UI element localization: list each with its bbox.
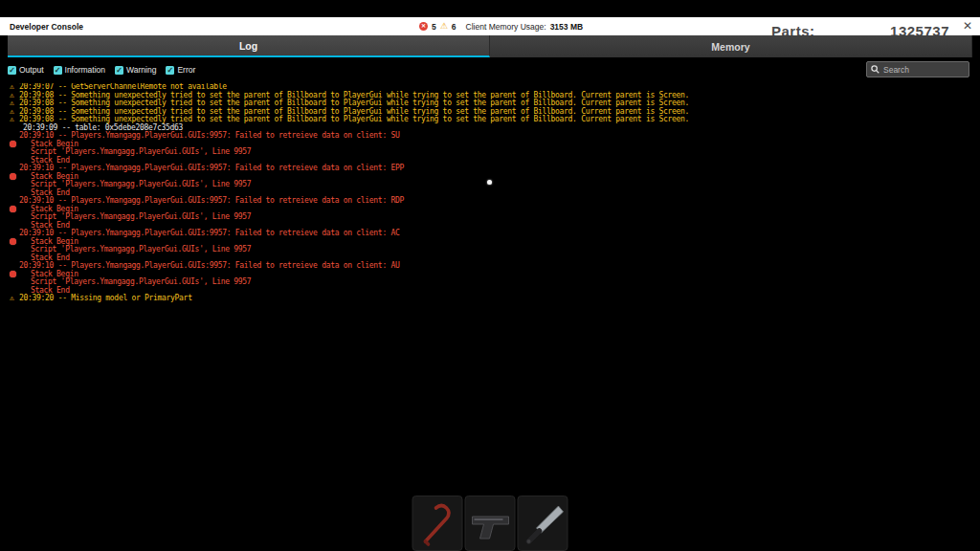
filter-label: Output: [19, 65, 44, 75]
filter-label: Error: [177, 65, 195, 75]
hotbar: [412, 496, 569, 551]
log-stack-line: Script 'Players.Ymangagg.PlayerGui.GUIs'…: [19, 148, 972, 157]
tab-log[interactable]: Log: [8, 35, 490, 57]
log-error-line: 20:39:10 -- Players.Ymangagg.PlayerGui.G…: [19, 230, 972, 238]
memory-usage-value: 3153 MB: [550, 22, 584, 32]
search-input[interactable]: [883, 65, 960, 75]
log-list[interactable]: ⚠20:39:07 -- GetServerChannelRemote not …: [8, 83, 972, 485]
log-stack-line: Script 'Players.Ymangagg.PlayerGui.GUIs'…: [19, 278, 972, 287]
log-entry-error: 20:39:10 -- Players.Ymangagg.PlayerGui.G…: [8, 230, 972, 262]
error-icon: [10, 173, 16, 180]
checkbox-checked-icon: ✓: [166, 66, 174, 75]
game-screen: { "titlebar": { "title": "Developer Cons…: [0, 0, 980, 551]
log-text: 20:39:20 -- Missing model or PrimaryPart: [19, 294, 192, 302]
warning-icon: ⚠: [10, 116, 19, 124]
log-error-line: 20:39:10 -- Players.Ymangagg.PlayerGui.G…: [19, 132, 972, 141]
titlebar-stats: ✕ 5 ⚠ 6 Client Memory Usage: 3153 MB: [419, 17, 583, 35]
log-stack-line: Script 'Players.Ymangagg.PlayerGui.GUIs'…: [19, 213, 972, 222]
filter-information[interactable]: ✓ Information: [54, 65, 106, 75]
parts-value: 1325737: [890, 23, 949, 39]
error-icon: [10, 238, 16, 245]
checkbox-checked-icon: ✓: [115, 66, 123, 75]
log-text: 20:39:08 -- Something unexpectedly tried…: [19, 115, 689, 123]
log-entry-error: 20:39:10 -- Players.Ymangagg.PlayerGui.G…: [8, 197, 972, 230]
warning-count: 6: [452, 22, 457, 32]
filter-bar: ✓ Output ✓ Information ✓ Warning ✓ Error: [8, 59, 972, 80]
warning-badge-icon: ⚠: [440, 22, 448, 31]
error-count: 5: [432, 22, 436, 32]
log-entry-error: 20:39:10 -- Players.Ymangagg.PlayerGui.G…: [8, 132, 972, 165]
log-error-line: 20:39:10 -- Players.Ymangagg.PlayerGui.G…: [19, 262, 972, 271]
log-error-line: 20:39:10 -- Players.Ymangagg.PlayerGui.G…: [19, 165, 972, 173]
filter-output[interactable]: ✓ Output: [8, 65, 44, 75]
parts-counter: Parts: 1325737: [771, 23, 949, 39]
log-stack-line: Script 'Players.Ymangagg.PlayerGui.GUIs'…: [19, 246, 972, 254]
crowbar-icon: [414, 498, 460, 548]
filter-label: Warning: [126, 65, 156, 75]
checkbox-checked-icon: ✓: [8, 66, 16, 75]
search-icon: [871, 65, 880, 74]
filter-label: Information: [65, 65, 106, 75]
hotbar-slot-knife[interactable]: [518, 496, 568, 551]
error-icon: [10, 271, 16, 277]
error-icon: [10, 206, 16, 212]
gun-icon: [467, 498, 513, 548]
hotbar-slot-crowbar[interactable]: [412, 496, 463, 551]
hotbar-slot-gun[interactable]: [465, 496, 516, 551]
filter-error[interactable]: ✓ Error: [166, 65, 195, 75]
log-stack-line: Script 'Players.Ymangagg.PlayerGui.GUIs'…: [19, 181, 972, 189]
warning-icon: ⚠: [10, 295, 19, 303]
console-title: Developer Console: [10, 22, 83, 32]
log-entry-warning: ⚠20:39:20 -- Missing model or PrimaryPar…: [8, 295, 972, 303]
error-badge-icon: ✕: [419, 22, 428, 31]
log-stack-line: Stack End: [19, 287, 972, 296]
memory-usage-label: Client Memory Usage:: [466, 22, 546, 32]
checkbox-checked-icon: ✓: [54, 66, 62, 75]
filter-warning[interactable]: ✓ Warning: [115, 65, 156, 75]
knife-icon: [520, 498, 566, 548]
log-entry-error: 20:39:10 -- Players.Ymangagg.PlayerGui.G…: [8, 165, 972, 197]
parts-label: Parts:: [771, 23, 815, 39]
log-error-line: 20:39:10 -- Players.Ymangagg.PlayerGui.G…: [19, 197, 972, 206]
error-icon: [10, 141, 16, 147]
log-entry-error: 20:39:10 -- Players.Ymangagg.PlayerGui.G…: [8, 262, 972, 295]
search-box[interactable]: [866, 61, 969, 77]
close-icon[interactable]: ✕: [963, 19, 972, 33]
